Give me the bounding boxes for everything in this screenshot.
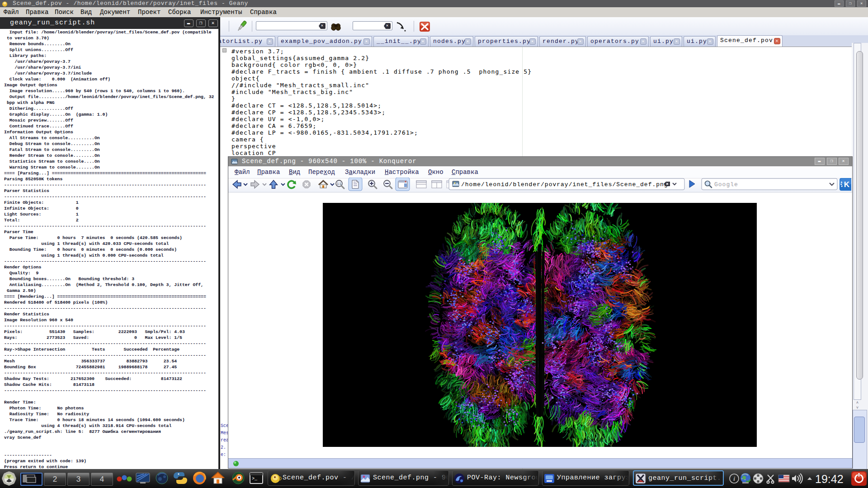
svg-text:/home/leonid/blender/povray/in: /home/leonid/blender/povray/inet_files/S… [461,181,668,188]
svg-text:1:1: 1:1 [337,182,341,185]
svg-text:K: K [844,180,850,189]
svg-text:i: i [733,475,735,482]
svg-text:>_: >_ [252,476,258,481]
svg-text:Google: Google [714,181,738,188]
